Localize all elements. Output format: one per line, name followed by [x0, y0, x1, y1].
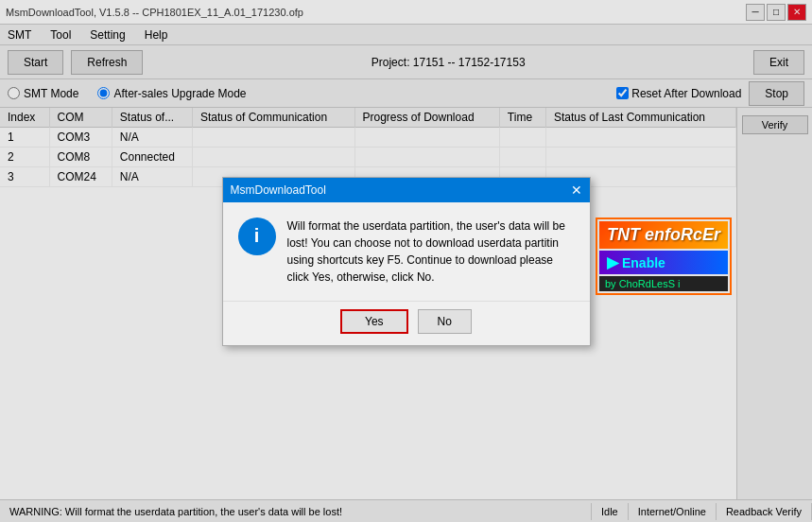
modal-close-button[interactable]: ✕: [571, 183, 582, 198]
modal-info-icon: i: [238, 218, 276, 255]
modal-message: Will format the userdata partition, the …: [287, 218, 575, 286]
watermark-enable: ▶ Enable: [599, 251, 728, 274]
modal-footer: Yes No: [223, 301, 590, 345]
watermark-container: TNT enfoRcEr ▶ Enable by ChoRdLesS i: [596, 218, 732, 295]
modal-title: MsmDownloadTool: [231, 183, 326, 197]
modal-dialog: MsmDownloadTool ✕ i Will format the user…: [222, 177, 591, 346]
watermark-border: TNT enfoRcEr ▶ Enable by ChoRdLesS i: [596, 218, 732, 295]
no-button[interactable]: No: [418, 309, 472, 334]
yes-button[interactable]: Yes: [340, 309, 408, 334]
watermark-credit: by ChoRdLesS i: [599, 276, 728, 291]
watermark-tnt: TNT enfoRcEr: [599, 221, 728, 249]
modal-body: i Will format the userdata partition, th…: [223, 202, 590, 301]
modal-title-bar: MsmDownloadTool ✕: [223, 178, 590, 202]
watermark-enable-text: Enable: [622, 255, 665, 270]
